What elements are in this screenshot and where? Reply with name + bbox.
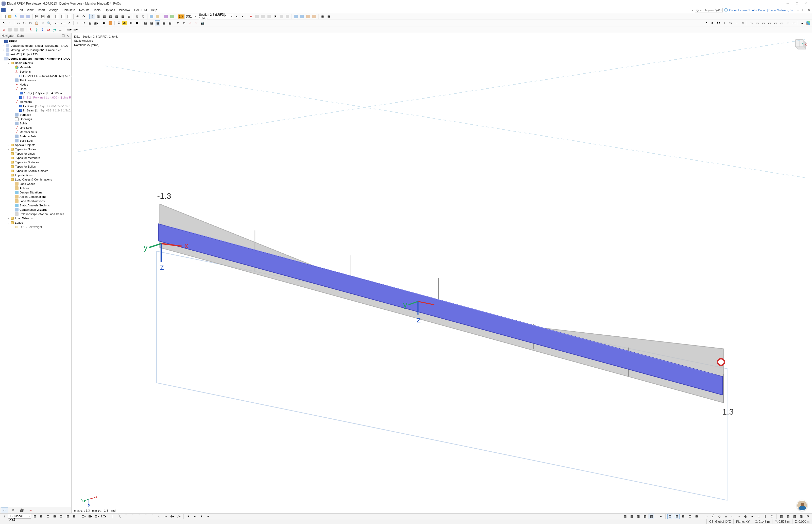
navigator-close-icon[interactable]: ✕ [66, 34, 70, 38]
viewport-3d[interactable]: DS1 - Section 2.3 (LRFD), 1. to 5. Stati… [71, 33, 812, 513]
disp2-icon[interactable]: ▦ [629, 513, 635, 519]
hide1-icon[interactable]: ⊘ [175, 20, 181, 26]
view-xy-icon[interactable]: ⌐ [658, 513, 663, 519]
tree-section-item[interactable]: 1 - Sqr HSS 3-1/2x3-1/2x0.250 | AISC 16 [0, 73, 71, 78]
grid-icon[interactable]: ▦ [87, 20, 92, 26]
show7-icon[interactable]: ▭ [785, 20, 791, 26]
show6-icon[interactable]: ▭ [779, 20, 784, 26]
menu-file[interactable]: File [6, 7, 16, 13]
close-button[interactable]: ✕ [801, 0, 811, 7]
navtab-results-icon[interactable]: ━ [27, 508, 34, 513]
new-icon[interactable] [1, 14, 6, 19]
tree-thicknesses[interactable]: Thicknesses [0, 78, 71, 82]
tree-line-item[interactable]: 1 - 1,2 | Polyline | L : 4.000 m [0, 91, 71, 95]
tree-types-surfaces[interactable]: Types for Surfaces [0, 160, 71, 164]
menu-help[interactable]: Help [149, 7, 159, 13]
toolbox2-icon[interactable] [299, 14, 305, 19]
menu-assign[interactable]: Assign [47, 7, 61, 13]
tree-imperfections[interactable]: Imperfections [0, 173, 71, 177]
line6-icon[interactable]: ⌒ [143, 513, 149, 519]
tree-lc1[interactable]: ›LC1 - Self-weight [0, 225, 71, 229]
calc-icon[interactable] [149, 14, 154, 19]
tree-member-item[interactable]: 2 - Beam | 1 - Sqr HSS 3-1/2x3-1/2x0.250… [0, 108, 71, 113]
cut-icon[interactable]: ✂ [21, 20, 27, 26]
open-icon[interactable] [7, 14, 13, 19]
warn-icon[interactable]: ⚠ [187, 20, 193, 26]
combo-dropdown[interactable]: Section 2.3 (LRFD), 1. to 5. [198, 14, 233, 19]
tree-project[interactable]: ›test.rf6* | Project 123 [0, 52, 71, 56]
hide2-icon[interactable]: ⊙ [182, 20, 187, 26]
shp10-icon[interactable]: ∥ [762, 513, 768, 519]
axis-cs-icon[interactable]: ⟂▾ [58, 27, 64, 33]
colors-icon[interactable] [806, 20, 811, 26]
doc1-icon[interactable] [54, 14, 60, 19]
show3-icon[interactable]: ▭ [761, 20, 766, 26]
section-icon[interactable]: ▭▾ [72, 27, 78, 33]
render4-icon[interactable]: ▦ [161, 20, 167, 26]
doc2-icon[interactable] [61, 14, 66, 19]
shp3-icon[interactable]: ◇ [716, 513, 722, 519]
disp3-icon[interactable]: ▦ [636, 513, 641, 519]
snap10-icon[interactable]: ⊡▾ [94, 513, 100, 519]
line2-icon[interactable]: ╲ [117, 513, 122, 519]
sel-cube2-icon[interactable] [13, 27, 19, 33]
tree-comb-wiz[interactable]: ›Combination Wizards [0, 208, 71, 212]
line5-icon[interactable]: ⌒ [136, 513, 142, 519]
navtab-eye-icon[interactable]: 👁 [10, 508, 17, 513]
osnap1-icon[interactable]: ⊡ [667, 513, 673, 519]
tree-project[interactable]: ›Double Members - Nodal Release.rf6 | FA… [0, 44, 71, 48]
measure-icon[interactable]: ⊕ [1, 27, 6, 33]
tree-member-item[interactable]: 1 - Beam | 1 - Sqr HSS 3-1/2x3-1/2x0.250… [0, 104, 71, 108]
disp4-icon[interactable]: ▦ [642, 513, 647, 519]
navigator-float-icon[interactable]: ❐ [61, 34, 65, 38]
redo-icon[interactable]: ↷ [81, 14, 86, 19]
results-toggle-icon[interactable] [163, 14, 169, 19]
maximize-button[interactable]: ▢ [792, 0, 801, 7]
tree-sections[interactable]: ⌄工Sections [0, 69, 71, 73]
menu-insert[interactable]: Insert [35, 7, 47, 13]
sel-cube-icon[interactable] [7, 27, 13, 33]
tree-surfaces[interactable]: Surfaces [0, 113, 71, 117]
tree-types-nodes[interactable]: ›Types for Nodes [0, 147, 71, 151]
results-graph-icon[interactable] [169, 14, 175, 19]
camera-icon[interactable]: 📷 [200, 20, 205, 26]
refresh-icon[interactable]: ↻ [13, 14, 19, 19]
tree-action-comb[interactable]: ›Action Combinations [0, 195, 71, 199]
shp2-icon[interactable]: ╱ [710, 513, 715, 519]
tree-surface-sets[interactable]: Surface Sets [0, 134, 71, 138]
code2-icon[interactable]: ⌘ [128, 20, 134, 26]
tree-loads[interactable]: ⌄Loads [0, 220, 71, 225]
line3-icon[interactable]: ⌒ [123, 513, 129, 519]
line4-icon[interactable]: ⌒ [130, 513, 135, 519]
tree-project-active[interactable]: ⌄Double Members - Member Hinge.rf6* | FA… [0, 56, 71, 61]
tree-load-cases[interactable]: ›Load Cases [0, 181, 71, 186]
tree-actions[interactable]: ›Actions [0, 186, 71, 190]
grid-settings-icon[interactable]: ⚙ [805, 513, 811, 519]
axis-y-icon[interactable]: ẏ [34, 27, 39, 33]
assistant-avatar[interactable] [797, 500, 808, 511]
navigator-tree[interactable]: RFEM ›Double Members - Nodal Release.rf6… [0, 38, 71, 507]
div1-icon[interactable]: ✶ [186, 513, 191, 519]
dim2-icon[interactable]: ⟷ [61, 20, 66, 26]
layout1-icon[interactable]: ▯ [89, 14, 95, 19]
div3-icon[interactable]: ✶ [199, 513, 204, 519]
snap8-icon[interactable]: ⊡▾ [81, 513, 86, 519]
axis-z-icon[interactable]: ż [40, 27, 46, 33]
mdi-minimize-button[interactable]: ─ [796, 9, 800, 12]
table-icon[interactable]: ▦ [120, 14, 125, 19]
tool-c-icon[interactable] [267, 14, 272, 19]
grid-dd-icon[interactable]: ▦▾ [93, 20, 99, 26]
undo-icon[interactable]: ↶ [75, 14, 81, 19]
find-icon[interactable]: 🔍 [46, 20, 51, 26]
snap1-icon[interactable]: ⊡ [32, 513, 37, 519]
mesh-icon[interactable]: ✱ [101, 20, 107, 26]
connect3-icon[interactable]: ⌐ [734, 20, 740, 26]
snap4-icon[interactable]: ⊡ [52, 513, 57, 519]
tool-b-icon[interactable] [260, 14, 266, 19]
tree-project[interactable]: ›Moving Loads Testing.rf6* | Project 123 [0, 48, 71, 52]
tree-openings[interactable]: Openings [0, 117, 71, 121]
cursor-icon[interactable]: ↖ [1, 20, 6, 26]
tool-a-icon[interactable] [254, 14, 260, 19]
tree-static-analysis[interactable]: ›Static Analysis Settings [0, 203, 71, 208]
tree-materials[interactable]: ›Materials [0, 65, 71, 69]
